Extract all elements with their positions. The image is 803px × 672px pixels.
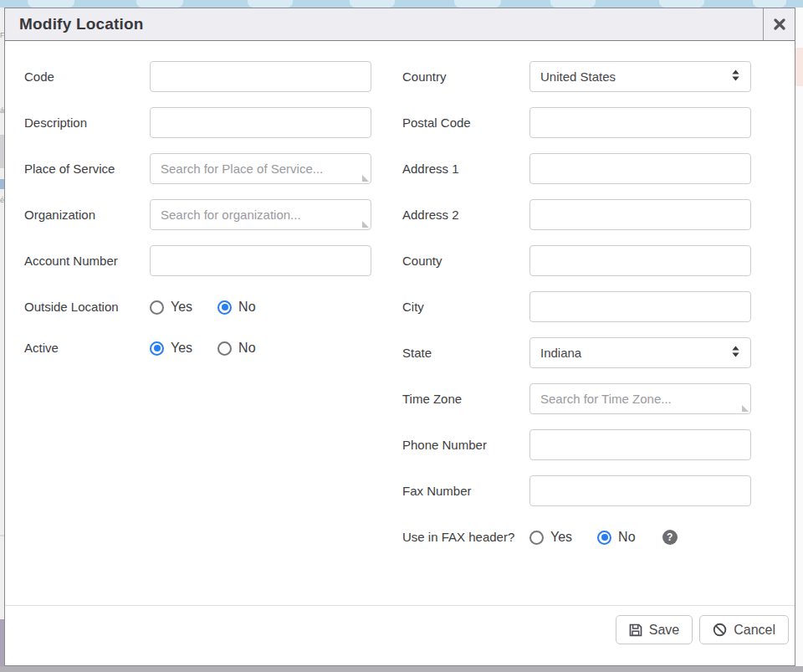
up-down-arrows-icon (729, 69, 742, 85)
resize-grip-icon (362, 175, 369, 182)
radio-label: No (238, 300, 255, 315)
field-label: Address 1 (402, 153, 529, 179)
form-row-account-number: Account Number (24, 245, 402, 276)
field-control (150, 153, 371, 184)
country-select[interactable]: United States (529, 61, 751, 92)
form-row-postal-code: Postal Code (402, 107, 795, 138)
account-number-input[interactable] (150, 245, 371, 276)
form-column-left: CodeDescriptionPlace of ServiceOrganizat… (24, 61, 402, 605)
background-page-bottom-strip (0, 666, 803, 672)
radio-option: No (597, 530, 635, 545)
form-row-time-zone: Time Zone (402, 383, 795, 414)
field-control: YesNo? (529, 521, 751, 547)
field-label: Place of Service (24, 153, 150, 179)
form-row-organization: Organization (24, 199, 402, 230)
form-row-state: StateIndiana (402, 337, 795, 368)
radio-label: Yes (171, 300, 192, 315)
save-button-label: Save (649, 623, 679, 638)
form-row-outside-location: Outside LocationYesNo (24, 291, 402, 317)
radio-option: No (217, 300, 255, 315)
field-control: YesNo (150, 332, 371, 358)
field-label: Postal Code (402, 107, 529, 133)
form-row-active: ActiveYesNo (24, 332, 402, 358)
phone-number-input[interactable] (529, 429, 751, 460)
field-control (529, 475, 751, 506)
screen: Fa á é Modify Location CodeDescriptionPl… (0, 0, 803, 672)
description-input[interactable] (150, 107, 371, 138)
form-row-address-1: Address 1 (402, 153, 795, 184)
form-row-city: City (402, 291, 795, 322)
field-control (529, 383, 751, 414)
county-input[interactable] (529, 245, 751, 276)
background-page-right-strip (795, 8, 803, 666)
radio-option: Yes (529, 530, 572, 545)
modal-body: CodeDescriptionPlace of ServiceOrganizat… (5, 41, 795, 605)
field-control (529, 199, 751, 230)
radio-option: Yes (150, 300, 192, 315)
field-control (150, 245, 371, 276)
field-label: Organization (24, 199, 150, 225)
save-button[interactable]: Save (616, 615, 693, 644)
address-2-input[interactable] (529, 199, 751, 230)
fax-number-input[interactable] (529, 475, 751, 506)
selected-value: Indiana (540, 346, 729, 360)
field-control (150, 107, 371, 138)
place-of-service-search-input[interactable] (150, 153, 371, 184)
resize-grip-icon (742, 405, 749, 412)
field-label: Description (24, 107, 150, 133)
form-row-use-in-fax-header: Use in FAX header?YesNo? (402, 521, 795, 547)
form-row-county: County (402, 245, 795, 276)
up-down-arrows-icon (729, 345, 742, 362)
active-radio-yes[interactable] (150, 341, 164, 356)
state-select[interactable]: Indiana (529, 337, 751, 368)
selected-value: United States (540, 69, 729, 84)
radio-label: No (618, 530, 635, 545)
field-control (150, 199, 371, 230)
field-control (529, 429, 751, 460)
active-radio-no[interactable] (217, 341, 232, 356)
field-label: Address 2 (402, 199, 529, 225)
field-label: Outside Location (24, 291, 150, 317)
use-in-fax-header-radio-no[interactable] (597, 531, 611, 545)
background-page-top-strip (0, 0, 803, 8)
address-1-input[interactable] (529, 153, 751, 184)
field-control: YesNo (150, 291, 371, 317)
field-label: Phone Number (402, 429, 529, 455)
close-icon (774, 18, 785, 30)
floppy-disk-icon (629, 623, 642, 637)
city-input[interactable] (529, 291, 751, 322)
modal-header: Modify Location (5, 8, 795, 41)
help-icon[interactable]: ? (662, 530, 678, 545)
field-control (150, 61, 371, 92)
field-label: Code (24, 61, 150, 87)
field-control (529, 291, 751, 322)
radio-option: Yes (150, 341, 192, 356)
modal-title: Modify Location (5, 8, 763, 40)
ban-icon (713, 623, 727, 637)
form-row-code: Code (24, 61, 402, 92)
form-row-address-2: Address 2 (402, 199, 795, 230)
field-label: Use in FAX header? (402, 521, 529, 547)
field-control (529, 153, 751, 184)
field-label: Account Number (24, 245, 150, 271)
form-column-right: CountryUnited StatesPostal CodeAddress 1… (402, 61, 795, 605)
field-label: City (402, 291, 529, 317)
cancel-button[interactable]: Cancel (699, 615, 789, 644)
cancel-button-label: Cancel (734, 623, 775, 638)
organization-search-input[interactable] (150, 199, 371, 230)
use-in-fax-header-radio-yes[interactable] (529, 531, 544, 545)
field-control: United States (529, 61, 751, 92)
outside-location-radio-no[interactable] (217, 300, 232, 315)
postal-code-input[interactable] (529, 107, 751, 138)
field-label: Active (24, 332, 150, 358)
radio-label: Yes (550, 530, 572, 545)
outside-location-radio-yes[interactable] (150, 300, 164, 315)
code-input[interactable] (150, 61, 371, 92)
time-zone-search-input[interactable] (529, 383, 751, 414)
field-control (529, 245, 751, 276)
field-label: Fax Number (402, 475, 529, 501)
field-label: County (402, 245, 529, 271)
close-button[interactable] (763, 8, 795, 40)
form-row-place-of-service: Place of Service (24, 153, 402, 184)
resize-grip-icon (362, 221, 369, 228)
